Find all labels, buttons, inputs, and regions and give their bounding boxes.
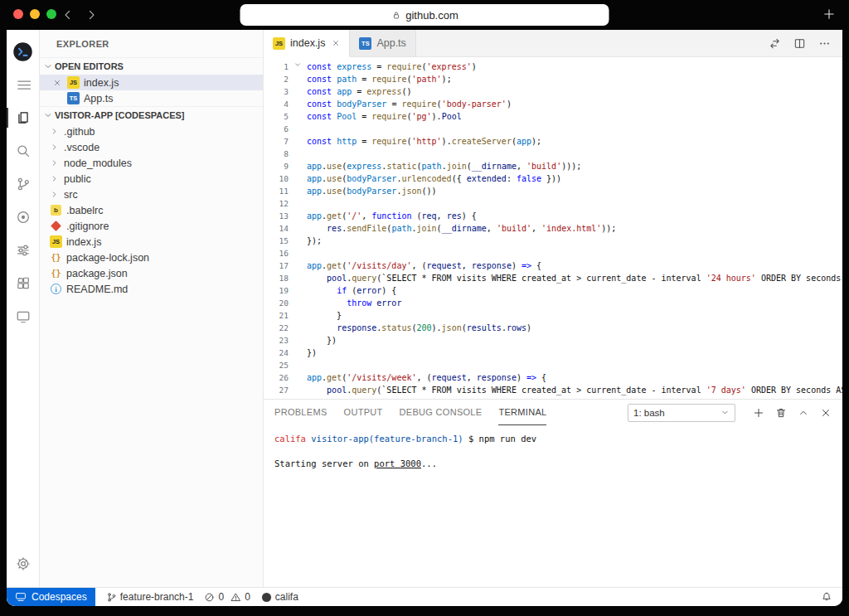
editor-tab-app-ts[interactable]: TSApp.ts — [350, 30, 415, 56]
code-line: 27 pool.query(`SELECT * FROM visits WHER… — [264, 384, 842, 396]
fold-gutter — [289, 222, 307, 235]
tree-folder-item[interactable]: .github — [40, 124, 263, 139]
notifications-bell-icon[interactable] — [821, 591, 832, 603]
code-line: 18 pool.query(`SELECT * FROM visits WHER… — [264, 272, 842, 284]
tree-item-label: package-lock.json — [66, 252, 149, 264]
close-editor-icon[interactable] — [51, 79, 63, 87]
fold-gutter — [289, 284, 307, 297]
close-window-button[interactable] — [13, 9, 23, 19]
chevron-right-icon — [50, 174, 60, 183]
code-line-text: throw error — [307, 297, 401, 309]
split-editor-icon[interactable] — [793, 37, 806, 50]
more-actions-icon[interactable] — [818, 37, 831, 50]
run-and-debug-view-button[interactable] — [7, 234, 40, 267]
code-line: 17app.get('/visits/day', (request, respo… — [264, 259, 842, 272]
tree-item-label: index.js — [66, 236, 101, 248]
gear-button[interactable] — [7, 547, 40, 580]
panel-header: PROBLEMSOUTPUTDEBUG CONSOLETERMINAL 1: b… — [264, 400, 842, 425]
forward-button[interactable] — [85, 7, 99, 22]
code-line-text: res.sendFile(path.join(__dirname, 'build… — [307, 222, 616, 235]
tree-file-item[interactable]: iREADME.md — [40, 281, 263, 297]
codespaces-logo-view-button[interactable] — [7, 35, 40, 68]
explorer-icon — [16, 110, 31, 125]
terminal[interactable]: califa visitor-app(feature-branch-1) $ n… — [264, 425, 842, 587]
open-editor-label: index.js — [84, 77, 119, 89]
fold-gutter — [289, 371, 307, 384]
panel-tab-terminal[interactable]: TERMINAL — [498, 400, 546, 425]
github-pull-requests-view-button[interactable] — [7, 201, 40, 234]
tree-file-item[interactable]: {}package.json — [40, 265, 263, 281]
tree-folder-item[interactable]: node_modules — [40, 155, 263, 171]
line-number: 6 — [264, 123, 289, 135]
kill-terminal-icon[interactable] — [775, 407, 787, 419]
workspace-section-header[interactable]: VISITOR-APP [CODESPACES] — [40, 106, 263, 124]
new-tab-button[interactable] — [822, 7, 836, 21]
file-tree: .github.vscodenode_modulespublicsrcb.bab… — [40, 124, 263, 297]
search-view-button[interactable] — [7, 134, 40, 167]
bottom-panel: PROBLEMSOUTPUTDEBUG CONSOLETERMINAL 1: b… — [264, 399, 842, 587]
fold-gutter — [289, 98, 307, 110]
chevron-right-icon — [50, 127, 60, 136]
open-editor-item[interactable]: TSApp.ts — [40, 90, 263, 106]
remote-user-status-item[interactable]: califa — [261, 591, 298, 603]
line-number: 4 — [264, 98, 289, 110]
minimize-window-button[interactable] — [30, 9, 40, 19]
errors-icon — [204, 592, 215, 603]
tree-file-item[interactable]: .gitignore — [40, 218, 263, 234]
fold-gutter — [289, 347, 307, 359]
code-line-text: pool.query(`SELECT * FROM visits WHERE c… — [307, 272, 842, 284]
editor-tab-index-js[interactable]: JSindex.js — [264, 30, 350, 57]
code-line: 22 response.status(200).json(results.row… — [264, 322, 842, 334]
close-panel-icon[interactable] — [820, 407, 832, 419]
maximize-panel-icon[interactable] — [798, 407, 809, 419]
source-control-icon — [16, 177, 31, 192]
open-editor-item[interactable]: JSindex.js — [40, 75, 263, 90]
code-line: 2const path = require('path'); — [264, 73, 842, 85]
code-line: 1const express = require('express') — [264, 61, 842, 73]
code-line-text: const express = require('express') — [307, 61, 477, 73]
tree-folder-item[interactable]: src — [40, 187, 263, 202]
panel-tab-debug-console[interactable]: DEBUG CONSOLE — [400, 400, 483, 425]
line-number: 22 — [264, 322, 289, 334]
code-line-text: }) — [307, 347, 317, 359]
new-terminal-icon[interactable] — [753, 407, 764, 419]
tree-file-item[interactable]: JSindex.js — [40, 234, 263, 250]
code-line-text: const bodyParser = require('body-parser'… — [307, 98, 512, 110]
line-number: 8 — [264, 148, 289, 160]
panel-tab-output[interactable]: OUTPUT — [344, 400, 383, 425]
remote-explorer-view-button[interactable] — [7, 300, 40, 333]
address-bar-url: github.com — [405, 9, 458, 22]
tree-folder-item[interactable]: public — [40, 171, 263, 187]
menu-view-button[interactable] — [7, 68, 40, 101]
tree-file-item[interactable]: b.babelrc — [40, 202, 263, 218]
line-number: 25 — [264, 359, 289, 371]
close-tab-icon[interactable] — [332, 39, 340, 47]
codespaces-status-button[interactable]: Codespaces — [7, 588, 95, 606]
terminal-shell-select[interactable]: 1: bash — [628, 404, 735, 422]
line-number: 17 — [264, 259, 289, 272]
line-number: 23 — [264, 334, 289, 347]
zoom-window-button[interactable] — [46, 9, 56, 19]
tree-file-item[interactable]: {}package-lock.json — [40, 250, 263, 265]
code-line: 25 — [264, 359, 842, 371]
open-changes-icon[interactable] — [769, 37, 781, 50]
back-button[interactable] — [60, 7, 75, 22]
address-bar[interactable]: github.com — [240, 4, 609, 26]
code-line-text: app.use(bodyParser.urlencoded({ extended… — [307, 172, 561, 185]
js-file-icon: JS — [67, 76, 80, 89]
fold-gutter — [289, 85, 307, 98]
branch-status-item[interactable]: feature-branch-1 — [106, 591, 194, 603]
code-line-text: if (error) { — [307, 284, 396, 297]
explorer-view-button[interactable] — [7, 101, 40, 134]
problems-status-item[interactable]: 0 0 — [204, 591, 250, 603]
panel-tab-problems[interactable]: PROBLEMS — [274, 400, 327, 425]
source-control-view-button[interactable] — [7, 167, 40, 201]
chevron-down-icon — [720, 408, 730, 417]
fold-gutter — [289, 272, 307, 284]
terminal-line — [274, 445, 842, 458]
code-editor[interactable]: 1const express = require('express')2cons… — [264, 57, 842, 399]
fold-chevron-icon[interactable] — [289, 61, 307, 73]
open-editors-section-header[interactable]: OPEN EDITORS — [40, 57, 263, 75]
extensions-view-button[interactable] — [7, 267, 40, 300]
tree-folder-item[interactable]: .vscode — [40, 139, 263, 155]
